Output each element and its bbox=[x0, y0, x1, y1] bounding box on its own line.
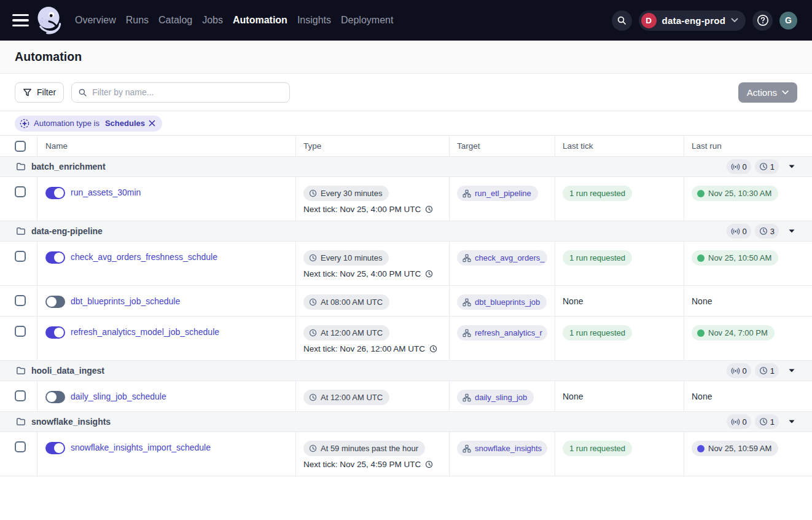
clock-icon bbox=[759, 227, 768, 235]
cell-target: daily_sling_job bbox=[450, 381, 555, 411]
schedule-toggle[interactable] bbox=[45, 391, 65, 403]
row-checkbox[interactable] bbox=[15, 186, 26, 197]
row-checkbox[interactable] bbox=[15, 295, 26, 306]
toggle-knob bbox=[54, 443, 64, 453]
toggle-knob bbox=[47, 392, 57, 402]
toolbar: Filter Actions bbox=[0, 74, 812, 111]
job-icon bbox=[463, 254, 471, 262]
job-icon bbox=[463, 329, 471, 337]
clock-icon bbox=[759, 162, 768, 171]
cell-target: dbt_blueprints_job bbox=[450, 286, 555, 316]
help-button[interactable] bbox=[752, 10, 773, 31]
filter-button[interactable]: Filter bbox=[15, 82, 64, 103]
last-run-badge[interactable]: Nov 25, 10:30 AM bbox=[692, 186, 778, 201]
cell-last-tick: None bbox=[555, 381, 684, 411]
caret-down-icon bbox=[789, 369, 795, 372]
hamburger-menu-icon[interactable] bbox=[12, 14, 29, 26]
schedule-name-link[interactable]: snowflake_insights_import_schedule bbox=[71, 443, 211, 452]
collapse-group-button[interactable] bbox=[789, 420, 795, 423]
clock-icon bbox=[309, 393, 317, 401]
environment-switcher[interactable]: D data-eng-prod bbox=[639, 10, 746, 31]
row-checkbox[interactable] bbox=[15, 251, 26, 262]
sensor-count-badge: 0 bbox=[727, 414, 751, 429]
nav-item-insights[interactable]: Insights bbox=[292, 0, 336, 41]
last-tick-badge: 1 run requested bbox=[563, 186, 632, 201]
collapse-group-button[interactable] bbox=[789, 369, 795, 372]
dagster-logo[interactable] bbox=[34, 5, 65, 36]
remove-filter-icon[interactable] bbox=[148, 119, 156, 127]
nav-item-overview[interactable]: Overview bbox=[70, 0, 121, 41]
last-run-badge[interactable]: Nov 25, 10:50 AM bbox=[692, 250, 778, 266]
name-filter-input[interactable] bbox=[92, 87, 283, 97]
filter-chip-value: Schedules bbox=[105, 119, 145, 128]
group-row-batch_enrichment[interactable]: batch_enrichment 0 1 bbox=[0, 157, 812, 177]
cell-last-tick: 1 run requested bbox=[555, 242, 684, 285]
group-row-data-eng-pipeline[interactable]: data-eng-pipeline 0 3 bbox=[0, 221, 812, 242]
table-row-daily_sling_job_schedule: daily_sling_job_schedule At 12:00 AM UTC… bbox=[0, 381, 812, 412]
last-tick-badge: 1 run requested bbox=[563, 250, 632, 266]
target-badge[interactable]: check_avg_orders_ bbox=[457, 250, 547, 266]
column-header-type: Type bbox=[296, 136, 450, 156]
group-name: batch_enrichment bbox=[31, 162, 106, 171]
target-badge[interactable]: daily_sling_job bbox=[457, 390, 534, 405]
toggle-knob bbox=[54, 253, 64, 262]
schedule-type-badge: Every 30 minutes bbox=[303, 186, 389, 201]
cell-target: snowflake_insights bbox=[450, 432, 555, 476]
collapse-group-button[interactable] bbox=[789, 165, 795, 168]
environment-avatar: D bbox=[641, 13, 657, 28]
clock-icon bbox=[425, 205, 433, 213]
search-icon bbox=[78, 88, 87, 97]
top-navigation-bar: OverviewRunsCatalogJobsAutomationInsight… bbox=[0, 0, 812, 41]
next-tick: Next tick: Nov 25, 4:00 PM UTC bbox=[303, 269, 442, 278]
filter-chip-automation-type[interactable]: Automation type is Schedules bbox=[15, 116, 162, 132]
group-row-snowflake_insights[interactable]: snowflake_insights 0 1 bbox=[0, 412, 812, 432]
cell-last-run: None bbox=[684, 286, 812, 316]
nav-item-automation[interactable]: Automation bbox=[228, 0, 292, 41]
target-badge[interactable]: run_etl_pipeline bbox=[457, 186, 538, 201]
actions-button[interactable]: Actions bbox=[738, 82, 797, 103]
schedule-name-link[interactable]: refresh_analytics_model_job_schedule bbox=[71, 327, 219, 337]
search-button[interactable] bbox=[612, 10, 632, 31]
last-run-none: None bbox=[692, 392, 712, 401]
row-checkbox[interactable] bbox=[15, 326, 26, 337]
cell-checkbox bbox=[0, 286, 37, 316]
target-badge[interactable]: refresh_analytics_r bbox=[457, 325, 547, 341]
schedule-name-link[interactable]: run_assets_30min bbox=[71, 187, 141, 197]
collapse-group-button[interactable] bbox=[789, 229, 795, 233]
schedule-toggle[interactable] bbox=[45, 251, 65, 264]
last-run-badge[interactable]: Nov 24, 7:00 PM bbox=[692, 325, 775, 341]
group-name: data-eng-pipeline bbox=[31, 226, 103, 236]
caret-down-icon bbox=[789, 229, 795, 233]
row-checkbox[interactable] bbox=[15, 390, 26, 401]
schedule-toggle[interactable] bbox=[45, 296, 65, 308]
nav-item-catalog[interactable]: Catalog bbox=[154, 0, 197, 41]
schedule-name-link[interactable]: dbt_blueprints_job_schedule bbox=[71, 296, 180, 306]
schedule-toggle[interactable] bbox=[45, 442, 65, 454]
schedule-toggle[interactable] bbox=[45, 187, 65, 199]
select-all-checkbox[interactable] bbox=[15, 141, 26, 152]
target-badge[interactable]: snowflake_insights bbox=[457, 441, 547, 456]
cell-type: At 08:00 AM UTC bbox=[296, 286, 450, 316]
target-badge[interactable]: dbt_blueprints_job bbox=[457, 294, 547, 310]
cell-name: run_assets_30min bbox=[37, 177, 296, 221]
cell-last-tick: 1 run requested bbox=[555, 432, 684, 476]
cell-checkbox bbox=[0, 381, 37, 411]
group-row-hooli_data_ingest[interactable]: hooli_data_ingest 0 1 bbox=[0, 361, 812, 381]
schedule-toggle[interactable] bbox=[45, 326, 65, 339]
run-status-dot bbox=[697, 445, 705, 452]
row-checkbox[interactable] bbox=[15, 441, 26, 452]
page-header: Automation bbox=[0, 41, 812, 74]
table-header-row: Name Type Target Last tick Last run bbox=[0, 136, 812, 157]
nav-item-jobs[interactable]: Jobs bbox=[197, 0, 228, 41]
folder-icon bbox=[16, 366, 26, 376]
run-status-dot bbox=[697, 190, 705, 197]
user-avatar[interactable]: G bbox=[779, 12, 797, 30]
cell-target: refresh_analytics_r bbox=[450, 317, 555, 360]
schedule-name-link[interactable]: daily_sling_job_schedule bbox=[71, 392, 166, 401]
clock-icon bbox=[759, 417, 768, 426]
nav-item-deployment[interactable]: Deployment bbox=[336, 0, 398, 41]
environment-name: data-eng-prod bbox=[662, 15, 725, 26]
schedule-name-link[interactable]: check_avg_orders_freshness_schdule bbox=[71, 252, 217, 262]
nav-item-runs[interactable]: Runs bbox=[121, 0, 154, 41]
last-run-badge[interactable]: Nov 25, 10:59 AM bbox=[692, 441, 778, 456]
